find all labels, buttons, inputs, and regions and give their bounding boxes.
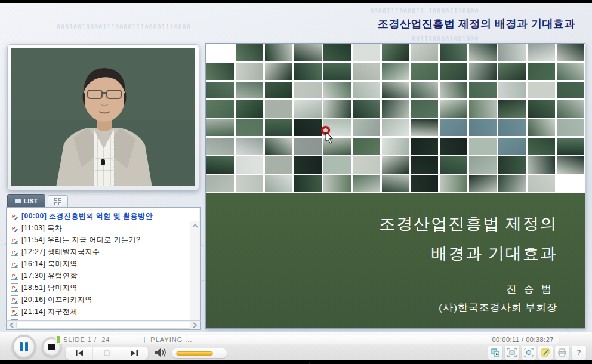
volume-slider[interactable] [172,348,227,358]
mosaic-tile [265,100,292,117]
previous-slide-button[interactable] [66,347,92,360]
print-icon [557,348,567,357]
print-button[interactable] [555,346,569,360]
chapter-item-label: [17:30] 유럽연합 [21,271,78,281]
slide-page-icon [11,224,18,232]
slide-page-icon [11,307,18,316]
mosaic-tile [353,82,380,98]
next-icon [130,350,138,356]
slide-title-line2: 배경과 기대효과 [206,235,585,264]
slide-presenter-affiliation: (사)한국조경사회 부회장 [206,296,585,314]
zoom-capture-icon [524,348,534,357]
mosaic-tile [469,156,497,173]
slide-page-icon [11,236,18,244]
slide-viewer[interactable]: 조경산업진흥법 제정의 배경과 기대효과 진 승 범 (사)한국조경사회 부회장 [205,43,585,329]
mosaic-tile [528,156,555,173]
mosaic-tile [236,156,263,173]
volume-level[interactable] [176,351,213,356]
slide-page-icon [11,283,18,292]
slide-counter-label: SLIDE [63,336,85,343]
mosaic-tile [498,82,526,98]
volume-icon[interactable] [154,347,168,359]
previous-icon [75,350,84,356]
mosaic-tile [382,138,409,155]
mosaic-tile [382,82,409,98]
scroll-left-icon[interactable] [9,322,14,328]
pause-icon [25,342,28,351]
horizontal-scrollbar[interactable] [6,320,201,330]
mosaic-tile [353,100,380,117]
chapter-item[interactable]: [16:14] 북미지역 [8,258,189,270]
full-screen-button[interactable] [505,346,519,360]
scroll-up-icon[interactable] [192,224,198,228]
mosaic-tile [323,82,351,98]
pause-button[interactable] [12,335,36,359]
mosaic-tile [294,63,322,79]
mosaic-tile [557,175,584,192]
mosaic-tile [236,119,263,136]
mosaic-tile [265,44,292,61]
mosaic-tile [353,175,380,192]
chapter-item[interactable]: [17:30] 유럽연합 [8,270,189,282]
mosaic-tile [498,156,526,173]
zoom-capture-button[interactable] [522,346,536,360]
mosaic-tile [469,82,497,98]
slide-page-icon [11,248,18,256]
slide-page-icon [11,295,18,304]
chapter-item[interactable]: [11:54] 우리는 지금 어디로 가는가? [8,234,189,246]
chapter-item[interactable]: [20:16] 아프리카지역 [8,294,189,306]
list-icon [15,199,21,203]
mosaic-tile [382,63,409,79]
help-label: ? [576,348,581,357]
mosaic-tile [440,175,467,192]
mosaic-tile [236,82,263,98]
mosaic-tile [469,100,497,117]
mosaic-tile [440,119,467,136]
chapter-item-label: [00:00] 조경진흥법의 역할 및 활용방안 [21,211,153,221]
mosaic-tile [265,119,292,136]
binary-watermark: 00010010000111000011100001110000 [57,24,191,30]
chapter-item[interactable]: [12:27] 생태발자국지수 [8,246,189,258]
hscroll-thumb[interactable] [16,322,190,329]
chapter-list-panel: LIST [00:00] 조경진흥법의 역할 및 활용방안[11:03] 목차[… [6,194,201,330]
cascade-windows-button[interactable] [488,346,502,360]
mosaic-tile [265,156,292,173]
tab-thumbnail-view[interactable] [48,195,68,207]
control-bar: SLIDE 1 / 24 | PLAYING ... 00:00:11 / 00… [0,332,592,360]
presenter-video[interactable] [11,48,195,186]
mosaic-tile [528,44,555,61]
time-total: 00:38:27 [526,336,554,343]
chapter-item[interactable]: [11:03] 목차 [8,222,189,234]
scroll-right-icon[interactable] [193,322,198,328]
chapter-item-label: [18:51] 남미지역 [21,283,78,293]
mosaic-tile [294,44,322,61]
mosaic-tile [206,44,234,61]
mosaic-tile [498,100,526,117]
chapter-item[interactable]: [00:00] 조경진흥법의 역할 및 활용방안 [8,210,189,222]
mosaic-tile [469,63,497,79]
chapter-item[interactable]: [18:51] 남미지역 [8,282,189,294]
player-window: 00010010000111000011100001110000 0000111… [0,0,592,364]
tab-list-view[interactable]: LIST [7,194,45,207]
chapter-item-label: [21:14] 지구전체 [21,307,78,317]
help-button[interactable]: ? [572,346,586,360]
mosaic-tile [528,119,555,136]
chapter-item-label: [20:16] 아프리카지역 [21,295,92,305]
mosaic-tile [498,175,526,192]
memo-button[interactable] [538,346,553,360]
pause-icon [20,342,23,351]
mosaic-tile [411,119,438,136]
next-slide-button[interactable] [121,347,148,360]
vertical-scrollbar[interactable] [190,221,199,320]
utility-buttons: ? [488,346,586,360]
mosaic-tile [206,63,234,79]
cascade-windows-icon [491,348,500,357]
chapter-item-label: [11:03] 목차 [21,223,62,233]
mosaic-tile [528,82,555,98]
mosaic-tile [353,119,380,136]
mosaic-tile [469,175,497,192]
sync-slide-button[interactable] [92,347,120,360]
slide-counter-current: 1 / [88,336,97,343]
chapter-item[interactable]: [21:14] 지구전체 [8,306,189,317]
slide-content: 조경산업진흥법 제정의 배경과 기대효과 진 승 범 (사)한국조경사회 부회장 [206,193,585,328]
